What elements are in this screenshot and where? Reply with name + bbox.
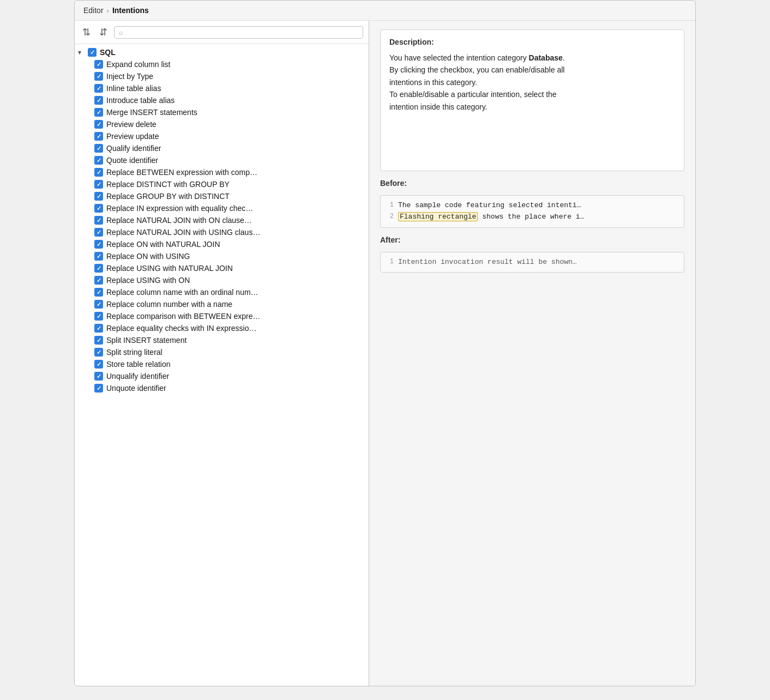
item-checkbox[interactable] (94, 144, 103, 153)
list-item[interactable]: Replace NATURAL JOIN with USING claus… (75, 226, 369, 238)
item-checkbox[interactable] (94, 180, 103, 189)
list-item[interactable]: Replace IN expression with equality chec… (75, 202, 369, 214)
list-item[interactable]: Unquote identifier (75, 382, 369, 394)
item-checkbox[interactable] (94, 96, 103, 105)
description-text: You have selected the intention category… (389, 52, 675, 113)
list-item[interactable]: Inline table alias (75, 82, 369, 94)
item-checkbox[interactable] (94, 300, 103, 309)
item-checkbox[interactable] (94, 204, 103, 213)
collapse-all-button[interactable]: ⇵ (97, 25, 110, 39)
item-checkbox[interactable] (94, 288, 103, 297)
list-item[interactable]: Replace NATURAL JOIN with ON clause… (75, 214, 369, 226)
item-checkbox[interactable] (94, 240, 103, 249)
list-item[interactable]: Qualify identifier (75, 142, 369, 154)
item-checkbox[interactable] (94, 72, 103, 81)
item-checkbox[interactable] (94, 156, 103, 165)
code-line: 2 Flashing rectangle shows the place whe… (381, 212, 684, 223)
item-label: Replace column name with an ordinal num… (106, 288, 258, 297)
item-checkbox[interactable] (94, 372, 103, 381)
item-checkbox[interactable] (94, 360, 103, 369)
item-checkbox[interactable] (94, 276, 103, 285)
item-label: Expand column list (106, 60, 171, 69)
item-label: Unqualify identifier (106, 372, 169, 381)
item-checkbox[interactable] (94, 264, 103, 273)
item-label: Replace GROUP BY with DISTINCT (106, 192, 230, 201)
list-item[interactable]: Split string literal (75, 346, 369, 358)
flashing-rectangle: Flashing rectangle (398, 212, 478, 221)
item-label: Quote identifier (106, 156, 158, 165)
list-item[interactable]: Expand column list (75, 58, 369, 70)
item-label: Replace BETWEEN expression with comp… (106, 168, 257, 177)
item-label: Inline table alias (106, 84, 161, 93)
sql-checkbox[interactable] (88, 48, 97, 57)
list-item[interactable]: Replace DISTINCT with GROUP BY (75, 178, 369, 190)
before-label: Before: (380, 179, 684, 188)
list-item[interactable]: Preview update (75, 130, 369, 142)
item-checkbox[interactable] (94, 192, 103, 201)
item-label: Replace equality checks with IN expressi… (106, 324, 256, 333)
item-checkbox[interactable] (94, 336, 103, 345)
list-item[interactable]: Merge INSERT statements (75, 106, 369, 118)
expand-all-icon: ⇅ (82, 26, 91, 38)
list-item[interactable]: Replace ON with USING (75, 250, 369, 262)
search-container[interactable]: ⌕ (114, 26, 363, 39)
breadcrumb-current: Intentions (112, 6, 149, 15)
item-checkbox[interactable] (94, 168, 103, 177)
item-checkbox[interactable] (94, 312, 103, 321)
left-panel: ⇅ ⇵ ⌕ ▾ SQL (75, 21, 369, 686)
list-item[interactable]: Replace GROUP BY with DISTINCT (75, 190, 369, 202)
item-label: Replace USING with ON (106, 276, 190, 285)
search-input[interactable] (127, 28, 358, 37)
after-label: After: (380, 236, 684, 244)
breadcrumb-separator: › (107, 7, 109, 15)
after-section: After: 1 Intention invocation result wil… (380, 236, 684, 273)
item-label: Preview delete (106, 120, 157, 129)
item-checkbox[interactable] (94, 84, 103, 93)
right-panel: Description: You have selected the inten… (369, 21, 695, 686)
breadcrumb-parent[interactable]: Editor (83, 6, 104, 15)
tree-area[interactable]: ▾ SQL Expand column list Inject by Type … (75, 44, 369, 686)
line-text: Flashing rectangle shows the place where… (398, 212, 684, 223)
list-item[interactable]: Replace comparison with BETWEEN expre… (75, 310, 369, 322)
item-label: Replace NATURAL JOIN with ON clause… (106, 216, 252, 225)
item-checkbox[interactable] (94, 108, 103, 117)
list-item[interactable]: Replace BETWEEN expression with comp… (75, 166, 369, 178)
list-item[interactable]: Replace USING with NATURAL JOIN (75, 262, 369, 274)
item-checkbox[interactable] (94, 348, 103, 357)
item-checkbox[interactable] (94, 324, 103, 333)
list-item[interactable]: Replace column name with an ordinal num… (75, 286, 369, 298)
list-item[interactable]: Split INSERT statement (75, 334, 369, 346)
list-item[interactable]: Preview delete (75, 118, 369, 130)
list-item[interactable]: Replace column number with a name (75, 298, 369, 310)
list-item[interactable]: Inject by Type (75, 70, 369, 82)
item-label: Replace DISTINCT with GROUP BY (106, 180, 230, 189)
list-item[interactable]: Replace equality checks with IN expressi… (75, 322, 369, 334)
after-code-block: 1 Intention invocation result will be sh… (380, 252, 684, 273)
item-checkbox[interactable] (94, 60, 103, 69)
item-label: Replace ON with NATURAL JOIN (106, 240, 220, 249)
list-item[interactable]: Quote identifier (75, 154, 369, 166)
collapse-all-icon: ⇵ (99, 26, 107, 38)
before-code-content: 1 The sample code featuring selected int… (381, 196, 684, 227)
tree-root-sql[interactable]: ▾ SQL (75, 46, 369, 58)
item-checkbox[interactable] (94, 120, 103, 129)
item-checkbox[interactable] (94, 216, 103, 225)
expand-all-button[interactable]: ⇅ (80, 25, 93, 39)
main-container: Editor › Intentions ⇅ ⇵ ⌕ (74, 0, 696, 686)
list-item[interactable]: Replace USING with ON (75, 274, 369, 286)
item-checkbox[interactable] (94, 384, 103, 393)
item-label: Merge INSERT statements (106, 108, 197, 117)
item-checkbox[interactable] (94, 228, 103, 237)
list-item[interactable]: Replace ON with NATURAL JOIN (75, 238, 369, 250)
content-area: ⇅ ⇵ ⌕ ▾ SQL (75, 21, 695, 686)
item-label: Introduce table alias (106, 96, 175, 105)
list-item[interactable]: Store table relation (75, 358, 369, 370)
item-checkbox[interactable] (94, 132, 103, 141)
item-label: Split string literal (106, 348, 163, 357)
item-checkbox[interactable] (94, 252, 103, 261)
list-item[interactable]: Unqualify identifier (75, 370, 369, 382)
list-item[interactable]: Introduce table alias (75, 94, 369, 106)
description-label: Description: (389, 38, 675, 46)
line-text: Intention invocation result will be show… (398, 257, 684, 268)
breadcrumb: Editor › Intentions (75, 1, 695, 21)
